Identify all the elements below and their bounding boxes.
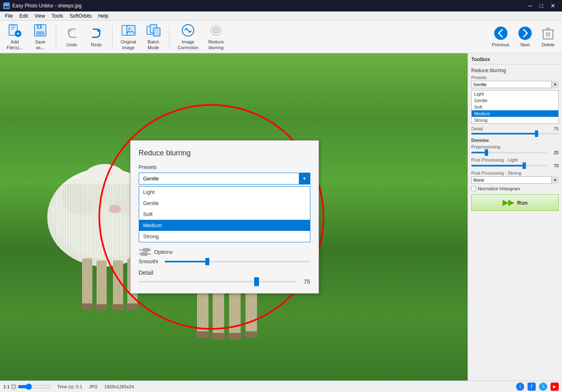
menu-edit[interactable]: Edit — [16, 12, 31, 20]
dropdown-item-strong[interactable]: Strong — [139, 231, 310, 242]
popup-dropdown-list: Light Gentle Soft Medium Strong — [139, 186, 310, 242]
svg-point-21 — [215, 30, 217, 31]
twitter-icon[interactable]: 𝕏 — [539, 383, 547, 391]
svg-rect-33 — [113, 260, 123, 308]
menu-softorbits[interactable]: SoftOrbits — [67, 12, 95, 20]
image-correction-button[interactable]: ImageCorrection — [174, 21, 202, 52]
reduce-blurring-icon — [209, 23, 223, 38]
panel-post-strong-arrow[interactable]: ▼ — [551, 176, 559, 184]
panel-preprocessing-label: Preprocessing — [471, 144, 559, 149]
svg-rect-37 — [112, 304, 124, 310]
panel-preprocessing-thumb[interactable] — [485, 149, 488, 156]
dropdown-item-gentle[interactable]: Gentle — [139, 198, 310, 209]
svg-rect-35 — [81, 303, 93, 310]
popup-detail-slider[interactable] — [139, 281, 297, 283]
popup-detail-fill — [139, 281, 257, 283]
svg-rect-8 — [36, 31, 44, 35]
right-panel: Toolbox Reduce blurring Presets Gentle ▼… — [468, 53, 562, 381]
panel-post-light-slider[interactable] — [471, 165, 547, 166]
svg-rect-9 — [39, 25, 40, 28]
popup-dropdown-arrow[interactable]: ▼ — [299, 173, 310, 185]
panel-toolbox-title: Toolbox — [471, 57, 559, 64]
zoom-fit-icon[interactable] — [11, 384, 16, 389]
menu-file[interactable]: File — [2, 12, 16, 20]
reduce-blurring-label: Reduceblurring — [208, 39, 224, 50]
panel-normalize-checkbox[interactable] — [471, 186, 476, 191]
facebook-icon[interactable]: f — [528, 383, 536, 391]
svg-point-22 — [494, 27, 507, 40]
original-image-button[interactable]: OriginalImage — [117, 21, 140, 52]
undo-button[interactable]: Undo — [61, 24, 83, 49]
delete-button[interactable]: Delete — [537, 24, 559, 49]
panel-normalize-row: Normalize Histogram — [471, 186, 559, 191]
run-button[interactable]: ▶▶ Run — [471, 194, 559, 211]
popup-detail-thumb[interactable] — [254, 277, 259, 286]
panel-item-medium[interactable]: Medium — [472, 110, 558, 117]
menu-view[interactable]: View — [31, 12, 48, 20]
info-icon[interactable]: i — [516, 383, 524, 391]
popup-smoothing-thumb[interactable] — [205, 258, 209, 265]
panel-post-light-fill — [471, 165, 524, 166]
dropdown-item-medium[interactable]: Medium — [139, 220, 310, 231]
add-file-icon: + — [7, 23, 22, 38]
status-time-value: 0.1 — [76, 384, 82, 389]
svg-rect-57 — [245, 331, 258, 338]
panel-item-gentle[interactable]: Gentle — [472, 97, 558, 104]
popup-smoothing-slider[interactable] — [165, 261, 310, 262]
batch-mode-button[interactable]: BatchMode — [143, 21, 164, 52]
svg-point-12 — [128, 27, 131, 30]
panel-preprocessing-slider[interactable] — [471, 152, 547, 153]
panel-post-strong-select-wrapper: None ▼ — [471, 176, 559, 184]
zoom-fit-inner — [12, 385, 15, 388]
menu-tools[interactable]: Tools — [48, 12, 67, 20]
maximize-button[interactable]: □ — [537, 2, 546, 10]
popup-sliders-icon — [139, 249, 151, 255]
dropdown-item-soft[interactable]: Soft — [139, 209, 310, 220]
panel-post-strong-select[interactable]: None — [471, 176, 559, 184]
status-bar: 1:1 Time (s): 0.1 JPG 1920x1283x24 i f 𝕏… — [0, 381, 562, 392]
next-button[interactable]: Next — [514, 24, 536, 49]
panel-item-light[interactable]: Light — [472, 91, 558, 97]
redo-button[interactable]: Redo — [86, 24, 107, 49]
popup-presets-label: Presets — [139, 164, 310, 170]
svg-point-18 — [189, 31, 190, 33]
status-zoom-area: 1:1 — [3, 383, 50, 390]
zoom-slider[interactable] — [18, 383, 50, 390]
panel-presets-label: Presets — [471, 75, 559, 80]
add-file-button[interactable]: + AddFile(s)... — [3, 21, 26, 52]
svg-rect-15 — [154, 28, 160, 36]
menu-help[interactable]: Help — [95, 12, 112, 20]
close-button[interactable]: ✕ — [547, 2, 559, 10]
dropdown-item-light[interactable]: Light — [139, 187, 310, 198]
previous-button[interactable]: Previous — [489, 24, 513, 49]
svg-rect-31 — [82, 258, 92, 308]
app-icon: 📷 — [3, 2, 10, 9]
panel-post-light-label: Post Processing - Light — [471, 157, 559, 162]
toolbar-sep-3 — [169, 25, 170, 49]
popup-preset-select[interactable]: Gentle — [139, 173, 310, 185]
popup-options-label: Options — [154, 249, 173, 255]
status-social-icons: i f 𝕏 ▶ — [516, 383, 559, 391]
panel-select-arrow[interactable]: ▼ — [551, 81, 559, 88]
reduce-blurring-button[interactable]: Reduceblurring — [205, 21, 227, 52]
popup-preset-value: Gentle — [143, 175, 159, 182]
zoom-level: 1:1 — [3, 384, 9, 389]
panel-preset-select[interactable]: Gentle — [471, 81, 559, 88]
redo-icon — [89, 26, 104, 41]
svg-text:+: + — [16, 30, 20, 37]
panel-detail-slider[interactable] — [471, 133, 559, 134]
panel-post-light-thumb[interactable] — [523, 162, 526, 169]
sheep-image: Reduce blurring Presets Gentle ▼ Light G… — [0, 53, 468, 381]
minimize-button[interactable]: ─ — [525, 2, 536, 10]
youtube-icon[interactable]: ▶ — [551, 383, 559, 391]
panel-normalize-label: Normalize Histogram — [478, 186, 520, 191]
save-as-button[interactable]: Saveas... — [30, 21, 51, 52]
panel-item-soft[interactable]: Soft — [472, 104, 558, 110]
panel-detail-thumb[interactable] — [535, 130, 538, 137]
nav-area: Previous Next — [489, 24, 559, 49]
delete-icon — [541, 26, 555, 41]
svg-rect-38 — [126, 303, 138, 310]
title-bar-controls: ─ □ ✕ — [525, 2, 559, 10]
svg-rect-55 — [212, 333, 225, 340]
panel-item-strong[interactable]: Strong — [472, 117, 558, 123]
